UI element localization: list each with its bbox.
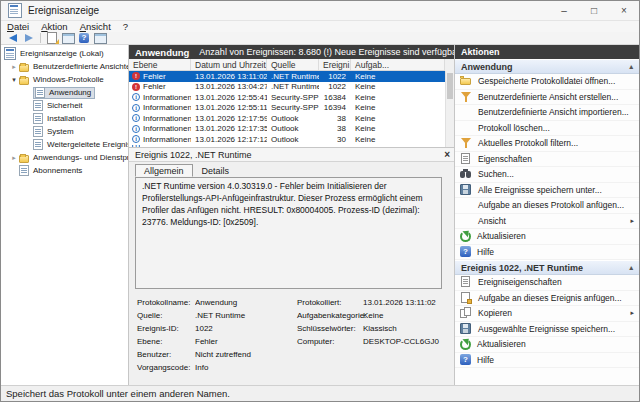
action-aktualisieren[interactable]: Aktualisieren — [455, 229, 639, 245]
tree-item-root[interactable]: Ereignisanzeige (Lokal) — [1, 47, 128, 60]
info-icon: i — [132, 125, 140, 133]
action-hilfe[interactable]: ?Hilfe — [455, 245, 639, 261]
chevron-down-icon[interactable]: ▾ — [9, 76, 19, 84]
tree-item-sicherheit[interactable]: Sicherheit — [1, 99, 128, 112]
back-button[interactable] — [5, 32, 21, 44]
action-alle-ereignisse-speichern[interactable]: Alle Ereignisse speichern unter... — [455, 183, 639, 199]
info-icon: i — [132, 114, 140, 122]
collapse-icon[interactable]: ▴ — [629, 63, 633, 71]
action-gespeicherte-protokolldatei-oeffnen[interactable]: Gespeicherte Protokolldatei öffnen... — [455, 74, 639, 90]
scrollbar-thumb[interactable] — [447, 73, 453, 99]
action-ausgewaehlte-ereignisse-speichern[interactable]: Ausgewählte Ereignisse speichern... — [455, 322, 639, 338]
action-pane-toggle-button[interactable] — [92, 32, 108, 44]
find-icon — [460, 168, 472, 180]
info-icon: i — [132, 104, 140, 112]
menu-ansicht[interactable]: Ansicht — [74, 21, 117, 32]
menu-datei[interactable]: Datei — [1, 21, 35, 32]
action-kopieren[interactable]: Kopieren▸ — [455, 306, 639, 322]
maximize-button[interactable]: □ — [579, 1, 609, 20]
actions-pane: Aktionen Anwendung ▴ Gespeicherte Protok… — [455, 45, 639, 387]
column-quelle[interactable]: Quelle — [267, 59, 319, 70]
tab-details[interactable]: Details — [193, 164, 239, 177]
open-saved-log-button[interactable] — [44, 32, 60, 44]
chevron-right-icon[interactable]: ▸ — [9, 154, 19, 162]
toolbar-separator — [40, 33, 41, 43]
tree-item-weitergeleitete-ereignisse[interactable]: Weitergeleitete Ereignisse — [1, 138, 128, 151]
console-tree-toggle-button[interactable] — [60, 32, 76, 44]
actions-section-ereignis[interactable]: Ereignis 1022, .NET Runtime ▴ — [455, 260, 639, 275]
toolbar: ? — [1, 32, 639, 45]
field-value: Fehler — [195, 337, 292, 350]
help-button[interactable]: ? — [76, 32, 92, 44]
column-ebene[interactable]: Ebene — [129, 59, 191, 70]
action-eigenschaften[interactable]: Eigenschaften — [455, 152, 639, 168]
action-aktuelles-protokoll-filtern[interactable]: Aktuelles Protokoll filtern... — [455, 136, 639, 152]
action-benutzerdefinierte-ansicht-importieren[interactable]: Benutzerdefinierte Ansicht importieren..… — [455, 105, 639, 121]
action-aufgabe-an-protokoll-anfuegen[interactable]: Aufgabe an dieses Protokoll anfügen... — [455, 198, 639, 214]
event-list-scrollbar[interactable] — [445, 71, 454, 147]
filter-icon — [460, 91, 472, 103]
task-icon — [460, 292, 472, 304]
status-text: Speichert das Protokoll unter einem ande… — [6, 388, 230, 399]
menu-aktion[interactable]: Aktion — [35, 21, 73, 32]
event-row[interactable]: !Fehler 13.01.2026 13:11:02 .NET Runtime… — [129, 71, 445, 82]
event-viewer-icon — [4, 47, 16, 60]
column-aufgabenkategorie[interactable]: Aufgab... — [351, 59, 445, 70]
tree-item-abonnements[interactable]: Abonnements — [1, 164, 128, 177]
event-row[interactable]: !Fehler 13.01.2026 13:04:27 .NET Runtime… — [129, 82, 445, 93]
actions-title: Aktionen — [455, 45, 639, 59]
close-button[interactable]: × — [609, 1, 639, 20]
action-ansicht[interactable]: Ansicht▸ — [455, 214, 639, 230]
event-row[interactable]: iInformationen 13.01.2026 12:17:35 Outlo… — [129, 124, 445, 135]
help-icon: ? — [79, 33, 89, 43]
actions-section-anwendung[interactable]: Anwendung ▴ — [455, 59, 639, 74]
event-description: .NET Runtime version 4.0.30319.0 - Fehle… — [135, 177, 442, 289]
action-hilfe-2[interactable]: ?Hilfe — [455, 353, 639, 369]
event-row[interactable]: iInformationen 13.01.2026 12:55:41 Secur… — [129, 92, 445, 103]
tree-item-anwendungs-und-dienstprotokolle[interactable]: ▸ Anwendungs- und Dienstprotokolle — [1, 151, 128, 164]
forward-icon — [25, 34, 33, 42]
tree-item-anwendung[interactable]: Anwendung — [1, 86, 128, 99]
event-row[interactable]: iInformationen 13.01.2026 12:17:59 Outlo… — [129, 113, 445, 124]
help-icon: ? — [460, 246, 471, 257]
field-value: DESKTOP-CCL6GJ0 — [363, 337, 457, 350]
details-title: Ereignis 1022, .NET Runtime — [135, 150, 251, 160]
event-row[interactable]: iInformationen 13.01.2026 12:17:12 Outlo… — [129, 134, 445, 145]
event-list-header: Ebene Datum und Uhrzeit Quelle Ereigni..… — [129, 59, 445, 71]
tree-item-benutzerdefinierte-ansichten[interactable]: ▸ Benutzerdefinierte Ansichten — [1, 60, 128, 73]
help-icon: ? — [460, 354, 471, 365]
tree-item-system[interactable]: System — [1, 125, 128, 138]
forward-button[interactable] — [21, 32, 37, 44]
tree-item-installation[interactable]: Installation — [1, 112, 128, 125]
action-suchen[interactable]: Suchen... — [455, 167, 639, 183]
log-icon — [33, 100, 43, 111]
menu-hilfe[interactable]: ? — [117, 21, 134, 32]
details-header: Ereignis 1022, .NET Runtime × — [129, 148, 454, 162]
action-aufgabe-an-ereignis-anfuegen[interactable]: Aufgabe an dieses Ereignis anfügen... — [455, 291, 639, 307]
column-ereignis-id[interactable]: Ereigni... — [319, 59, 351, 70]
field-label: Aufgabenkategorie: — [297, 311, 363, 324]
action-protokoll-loeschen[interactable]: Protokoll löschen... — [455, 121, 639, 137]
menubar: Datei Aktion Ansicht ? — [1, 21, 639, 32]
field-value: 13.01.2026 13:11:02 — [363, 298, 457, 311]
log-name: Anwendung — [135, 47, 189, 58]
tree-item-windows-protokolle[interactable]: ▾ Windows-Protokolle — [1, 73, 128, 86]
collapse-icon[interactable]: ▴ — [629, 264, 633, 272]
minimize-button[interactable]: – — [549, 1, 579, 20]
field-value: 1022 — [195, 324, 292, 337]
open-saved-log-icon — [47, 32, 57, 44]
log-icon — [35, 87, 45, 98]
action-ereigniseigenschaften[interactable]: Ereigniseigenschaften — [455, 275, 639, 291]
field-label: Schlüsselwörter: — [297, 324, 363, 337]
event-row[interactable]: iInformationen 13.01.2026 12:55:11 Secur… — [129, 103, 445, 114]
action-aktualisieren-2[interactable]: Aktualisieren — [455, 337, 639, 353]
field-value: Info — [195, 363, 292, 376]
tree-selection: Anwendung — [33, 87, 95, 99]
chevron-right-icon[interactable]: ▸ — [9, 63, 19, 71]
tab-allgemein[interactable]: Allgemein — [135, 164, 193, 177]
titlebar[interactable]: Ereignisanzeige – □ × — [1, 1, 639, 21]
close-details-icon[interactable]: × — [444, 149, 450, 160]
refresh-icon — [460, 231, 471, 242]
action-benutzerdefinierte-ansicht-erstellen[interactable]: Benutzerdefinierte Ansicht erstellen... — [455, 90, 639, 106]
column-datum[interactable]: Datum und Uhrzeit — [191, 59, 267, 70]
